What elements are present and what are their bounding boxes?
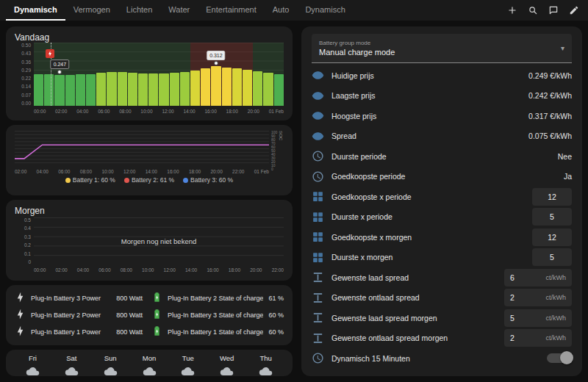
sensor-row[interactable]: Plug-In Battery 1 State of charge60 % — [151, 324, 284, 340]
x-tick: 12:00 — [164, 267, 176, 273]
sensor-value: 800 Watt — [116, 311, 143, 319]
dashboard: Vandaag 0.500.430.360.290.220.140.070.00… — [0, 21, 588, 382]
price-bar — [34, 74, 43, 106]
number-input[interactable]: 12 — [532, 188, 572, 206]
number-input[interactable]: 5ct/kWh — [504, 309, 572, 327]
add-button[interactable] — [507, 5, 517, 15]
grid-icon — [312, 251, 324, 264]
x-tick: 18:00 — [229, 267, 240, 273]
sensor-name: Plug-In Battery 2 Power — [31, 311, 111, 319]
control-row-label: Duurste x morgen — [331, 253, 525, 262]
tab-dynamisch[interactable]: Dynamisch — [297, 0, 353, 21]
number-unit: ct/kWh — [545, 294, 566, 301]
control-row-label: Goedkoopste x periode — [331, 192, 525, 201]
toggle-switch[interactable] — [547, 353, 572, 363]
cloud-icon — [181, 364, 195, 376]
sensor-row[interactable]: Plug-In Battery 3 Power800 Watt — [15, 290, 143, 306]
y-tick: 0.3 — [24, 234, 31, 239]
soc-line — [15, 145, 269, 159]
price-bar — [222, 68, 232, 106]
grid-icon — [312, 211, 324, 223]
sensor-row[interactable]: Plug-In Battery 2 Power800 Watt — [15, 307, 143, 323]
chevron-down-icon: ▾ — [561, 44, 564, 52]
control-row: Gewenste ontlaad spread morgen2ct/kWh — [312, 329, 572, 347]
price-bar — [118, 72, 127, 106]
annotation-dot — [57, 70, 62, 74]
number-input[interactable]: 2ct/kWh — [504, 329, 572, 347]
legend-dot — [183, 178, 188, 183]
eye-icon — [312, 130, 324, 143]
x-tick: 16:00 — [207, 267, 218, 273]
price-bar — [86, 74, 96, 106]
price-bar — [211, 66, 220, 106]
control-row-value: Ja — [564, 172, 572, 181]
charge-sensors: Plug-In Battery 2 State of charge61 %Plu… — [151, 290, 284, 340]
x-tick: 18:00 — [189, 169, 201, 174]
legend-dot — [124, 178, 129, 183]
weather-days: FriSatSunMonTueWedThu — [13, 354, 285, 376]
x-tick: 08:00 — [119, 109, 131, 114]
control-row: Goedkoopste periodeJa — [312, 167, 572, 186]
tab-vermogen[interactable]: Vermogen — [65, 0, 118, 21]
header-tabs: DynamischVermogenLichtenWaterEntertainme… — [6, 0, 354, 21]
left-column: Vandaag 0.500.430.360.290.220.140.070.00… — [6, 26, 293, 376]
control-row-value: 0.242 €/kWh — [528, 91, 572, 100]
assist-button[interactable] — [548, 5, 559, 15]
sensor-row[interactable]: Plug-In Battery 2 State of charge61 % — [151, 290, 284, 306]
x-tick: 02:00 — [55, 109, 67, 114]
annotation-dot — [214, 61, 218, 65]
x-tick: 02:00 — [15, 169, 26, 174]
price-bar — [44, 74, 54, 106]
edit-button[interactable] — [569, 5, 579, 15]
tab-auto[interactable]: Auto — [265, 0, 298, 21]
price-bar — [263, 73, 273, 106]
sensor-name: Plug-In Battery 1 State of charge — [168, 328, 264, 336]
price-bar — [107, 72, 116, 106]
tomorrow-plot[interactable]: Morgen nog niet bekend — [34, 217, 284, 264]
no-data-message: Morgen nog niet bekend — [34, 237, 284, 245]
number-input[interactable]: 5 — [532, 208, 572, 226]
cloud-icon — [259, 364, 273, 376]
tab-entertainment[interactable]: Entertainment — [198, 0, 264, 21]
number-input[interactable]: 6ct/kWh — [504, 269, 572, 286]
legend-dot — [65, 178, 71, 183]
control-rows: Huidige prijs0.249 €/kWhLaagste prijs0.2… — [312, 66, 572, 367]
x-tick: 06:00 — [98, 267, 110, 273]
x-tick: 14:00 — [146, 169, 157, 174]
today-x-axis: 00:0002:0004:0006:0008:0010:0012:0014:00… — [34, 106, 284, 114]
number-input[interactable]: 2ct/kWh — [504, 289, 572, 306]
alert-marker — [46, 49, 54, 58]
sensor-row[interactable]: Plug-In Battery 3 State of charge60 % — [151, 307, 284, 323]
legend-label: Battery 2: 61 % — [132, 176, 174, 184]
weather-forecast-card[interactable]: FriSatSunMonTueWedThu — [6, 350, 293, 376]
battery-charging-icon — [151, 325, 162, 336]
tab-lichten[interactable]: Lichten — [118, 0, 160, 21]
tomorrow-chart: 0.50.40.30.20.10 Morgen nog niet bekend — [15, 217, 284, 264]
control-row-label: Goedkoopste x morgen — [331, 233, 525, 242]
control-row-label: Goedkoopste periode — [331, 172, 556, 181]
control-row-label: Huidige prijs — [331, 71, 521, 80]
clock-icon — [312, 150, 324, 162]
lightning-icon — [15, 325, 26, 336]
weather-day: Wed — [207, 354, 246, 376]
search-button[interactable] — [528, 5, 538, 15]
soc-axis-label: SOC — [279, 131, 283, 166]
lightning-icon — [47, 51, 53, 57]
tab-dynamisch[interactable]: Dynamisch — [6, 0, 65, 21]
x-tick: 14:00 — [185, 267, 197, 273]
price-bar — [65, 75, 75, 106]
y-tick: 0 — [271, 167, 277, 171]
battery-group-mode-select[interactable]: Battery group mode Manual charge mode ▾ — [312, 34, 572, 63]
soc-plot[interactable] — [15, 131, 269, 166]
legend-item: Battery 3: 60 % — [183, 176, 233, 184]
tomorrow-card-title: Morgen — [15, 206, 284, 216]
price-bar — [232, 68, 242, 106]
number-input[interactable]: 5 — [532, 248, 572, 266]
sensor-row[interactable]: Plug-In Battery 1 Power800 Watt — [15, 324, 143, 340]
number-input[interactable]: 12 — [532, 228, 572, 246]
control-row: Duurste x morgen5 — [312, 248, 572, 267]
x-tick: 20:00 — [210, 169, 222, 174]
today-plot[interactable]: 0.2470.312 — [34, 43, 284, 106]
tab-water[interactable]: Water — [160, 0, 198, 21]
cloud-icon — [65, 364, 79, 376]
